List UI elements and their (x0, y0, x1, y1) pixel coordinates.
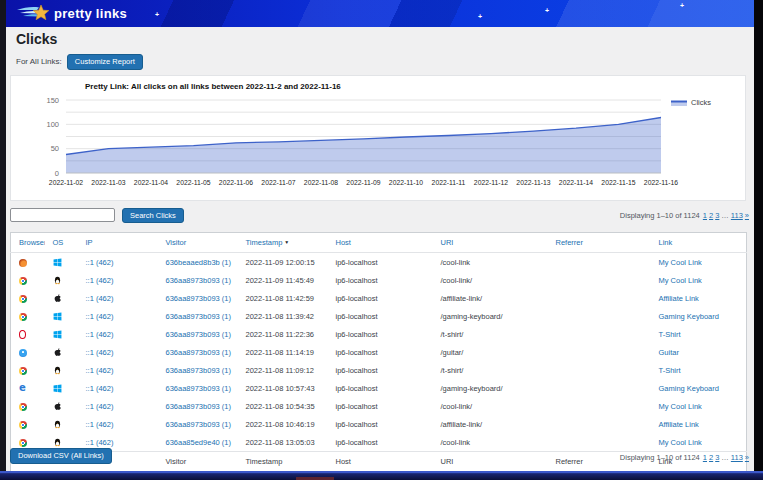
table-body: ::1 (462) 636beaaed8b3b (1) 2022-11-09 1… (11, 253, 747, 452)
column-header-uri[interactable]: URI (433, 233, 548, 253)
host-cell: ip6-localhost (328, 271, 433, 289)
os-cell (45, 343, 78, 361)
link-cell: Affiliate Link (651, 415, 747, 433)
visitor-link[interactable]: 636beaaed8b3b (1) (166, 258, 231, 267)
pretty-link-link[interactable]: T-Shirt (659, 330, 681, 339)
ip-link[interactable]: ::1 (462) (86, 312, 114, 321)
bottom-actions-row: Download CSV (All Links) Displaying 1–10… (10, 448, 750, 468)
ip-link[interactable]: ::1 (462) (86, 366, 114, 375)
uri-cell: /t-shirt/ (433, 361, 548, 379)
column-header-host[interactable]: Host (328, 233, 433, 253)
ip-link[interactable]: ::1 (462) (86, 276, 114, 285)
page-link[interactable]: 2 (709, 453, 713, 462)
ip-link[interactable]: ::1 (462) (86, 384, 114, 393)
pretty-link-link[interactable]: My Cool Link (659, 402, 702, 411)
svg-text:2022-11-06: 2022-11-06 (219, 179, 253, 186)
link-cell: T-Shirt (651, 361, 747, 379)
visitor-link[interactable]: 636aa8973b093 (1) (166, 330, 231, 339)
search-clicks-button[interactable]: Search Clicks (122, 208, 184, 223)
ip-link[interactable]: ::1 (462) (86, 438, 114, 447)
sparkle-icon: + (680, 2, 684, 9)
ip-link[interactable]: ::1 (462) (86, 348, 114, 357)
referrer-cell (548, 307, 651, 325)
column-header-timestamp[interactable]: Timestamp▼ (238, 233, 328, 253)
referrer-cell (548, 343, 651, 361)
visitor-link[interactable]: 636aa8973b093 (1) (166, 420, 231, 429)
svg-text:2022-11-08: 2022-11-08 (304, 179, 338, 186)
table-header: BrowserOSIPVisitorTimestamp▼HostURIRefer… (11, 233, 747, 253)
column-header-ip[interactable]: IP (78, 233, 158, 253)
host-cell: ip6-localhost (328, 415, 433, 433)
next-page-link[interactable]: » (745, 211, 749, 220)
visitor-cell: 636aa8973b093 (1) (158, 325, 238, 343)
pretty-link-link[interactable]: T-Shirt (659, 366, 681, 375)
host-cell: ip6-localhost (328, 361, 433, 379)
visitor-link[interactable]: 636aa8973b093 (1) (166, 402, 231, 411)
linux-icon (53, 437, 62, 447)
visitor-link[interactable]: 636aa8973b093 (1) (166, 348, 231, 357)
pretty-link-link[interactable]: Affiliate Link (659, 420, 699, 429)
last-page-link[interactable]: 113 (731, 211, 743, 220)
ip-link[interactable]: ::1 (462) (86, 420, 114, 429)
last-page-link[interactable]: 113 (731, 453, 743, 462)
column-header-link[interactable]: Link (651, 233, 747, 253)
visitor-link[interactable]: 636aa85ed9e40 (1) (166, 438, 231, 447)
page-title: Clicks (16, 31, 57, 47)
table-row: ::1 (462) 636beaaed8b3b (1) 2022-11-09 1… (11, 253, 747, 272)
uri-cell: /t-shirt/ (433, 325, 548, 343)
ip-cell: ::1 (462) (78, 343, 158, 361)
search-input[interactable] (10, 208, 115, 222)
screenshot-stage: pretty links + + + + Clicks For All Link… (0, 0, 763, 480)
ip-link[interactable]: ::1 (462) (86, 402, 114, 411)
visitor-link[interactable]: 636aa8973b093 (1) (166, 384, 231, 393)
referrer-cell (548, 289, 651, 307)
timestamp-cell: 2022-11-09 11:45:49 (238, 271, 328, 289)
download-csv-button[interactable]: Download CSV (All Links) (10, 448, 112, 464)
uri-cell: /gaming-keyboard/ (433, 379, 548, 397)
svg-text:2022-11-14: 2022-11-14 (559, 179, 593, 186)
pretty-link-link[interactable]: Gaming Keyboard (659, 384, 719, 393)
timestamp-cell: 2022-11-08 11:09:12 (238, 361, 328, 379)
page-link[interactable]: 1 (703, 211, 707, 220)
visitor-cell: 636aa8973b093 (1) (158, 343, 238, 361)
next-page-link[interactable]: » (745, 453, 749, 462)
host-cell: ip6-localhost (328, 307, 433, 325)
column-header-os[interactable]: OS (45, 233, 78, 253)
visitor-link[interactable]: 636aa8973b093 (1) (166, 294, 231, 303)
apple-icon (53, 293, 62, 303)
ip-cell: ::1 (462) (78, 325, 158, 343)
uri-cell: /cool-link (433, 253, 548, 272)
pretty-link-link[interactable]: My Cool Link (659, 258, 702, 267)
referrer-cell (548, 325, 651, 343)
os-cell (45, 325, 78, 343)
page-link[interactable]: 2 (709, 211, 713, 220)
pretty-link-link[interactable]: Gaming Keyboard (659, 312, 719, 321)
link-cell: My Cool Link (651, 253, 747, 272)
pretty-link-link[interactable]: Affiliate Link (659, 294, 699, 303)
pretty-link-link[interactable]: My Cool Link (659, 438, 702, 447)
ip-link[interactable]: ::1 (462) (86, 330, 114, 339)
ip-link[interactable]: ::1 (462) (86, 258, 114, 267)
page-link[interactable]: 3 (715, 453, 719, 462)
column-header-visitor[interactable]: Visitor (158, 233, 238, 253)
page-link[interactable]: 1 (703, 453, 707, 462)
browser-cell (11, 253, 45, 272)
browser-cell (11, 307, 45, 325)
page-link[interactable]: 3 (715, 211, 719, 220)
timestamp-cell: 2022-11-08 11:39:42 (238, 307, 328, 325)
pretty-link-link[interactable]: My Cool Link (659, 276, 702, 285)
link-cell: My Cool Link (651, 397, 747, 415)
pretty-links-logo: pretty links (16, 3, 127, 24)
referrer-cell (548, 271, 651, 289)
visitor-link[interactable]: 636aa8973b093 (1) (166, 276, 231, 285)
table-row: e ::1 (462) 636aa8973b093 (1) 2022-11-08… (11, 379, 747, 397)
table-row: ::1 (462) 636aa8973b093 (1) 2022-11-08 1… (11, 361, 747, 379)
column-header-referrer[interactable]: Referrer (548, 233, 651, 253)
visitor-link[interactable]: 636aa8973b093 (1) (166, 312, 231, 321)
customize-report-button[interactable]: Customize Report (67, 54, 143, 70)
pretty-link-link[interactable]: Guitar (659, 348, 679, 357)
ip-link[interactable]: ::1 (462) (86, 294, 114, 303)
visitor-link[interactable]: 636aa8973b093 (1) (166, 366, 231, 375)
column-header-browser[interactable]: Browser (11, 233, 45, 253)
ip-cell: ::1 (462) (78, 307, 158, 325)
